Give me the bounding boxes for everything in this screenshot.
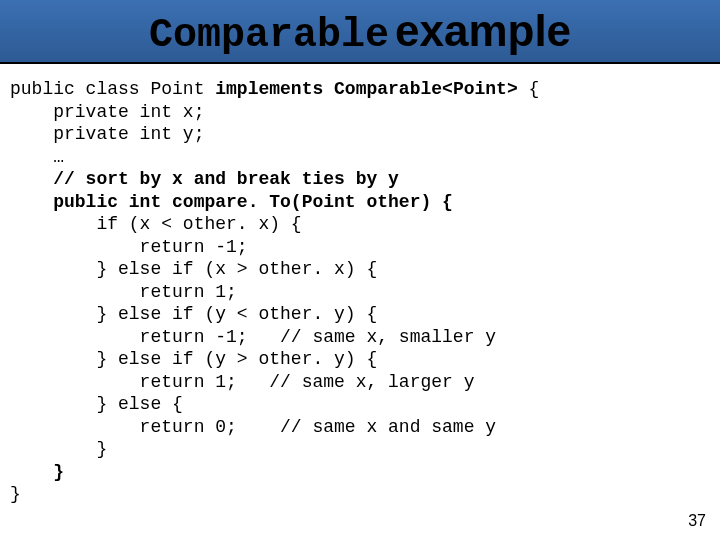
page-number: 37 (688, 512, 706, 530)
title-bar: Comparableexample (0, 0, 720, 64)
code-line-09: } else if (x > other. x) { (10, 259, 377, 279)
code-line-06: public int compare. To(Point other) { (10, 192, 453, 212)
code-line-12: return -1; // same x, smaller y (10, 327, 496, 347)
code-line-19: } (10, 484, 21, 504)
code-line-16: return 0; // same x and same y (10, 417, 496, 437)
code-line-13: } else if (y > other. y) { (10, 349, 377, 369)
title-word-example: example (395, 6, 571, 55)
code-line-11: } else if (y < other. y) { (10, 304, 377, 324)
code-line-07: if (x < other. x) { (10, 214, 302, 234)
slide: Comparableexample public class Point imp… (0, 0, 720, 540)
code-block: public class Point implements Comparable… (0, 64, 720, 506)
code-line-15: } else { (10, 394, 183, 414)
code-line-08: return -1; (10, 237, 248, 257)
code-line-17: } (10, 439, 107, 459)
code-line-01a: public class Point (10, 79, 204, 99)
title-word-comparable: Comparable (149, 13, 389, 58)
code-line-05: // sort by x and break ties by y (10, 169, 399, 189)
code-line-01c: { (518, 79, 540, 99)
code-line-18: } (10, 462, 64, 482)
code-line-01b: implements Comparable<Point> (204, 79, 517, 99)
code-line-04: … (10, 147, 64, 167)
code-line-02: private int x; (10, 102, 204, 122)
code-line-03: private int y; (10, 124, 204, 144)
code-line-10: return 1; (10, 282, 237, 302)
code-line-14: return 1; // same x, larger y (10, 372, 474, 392)
